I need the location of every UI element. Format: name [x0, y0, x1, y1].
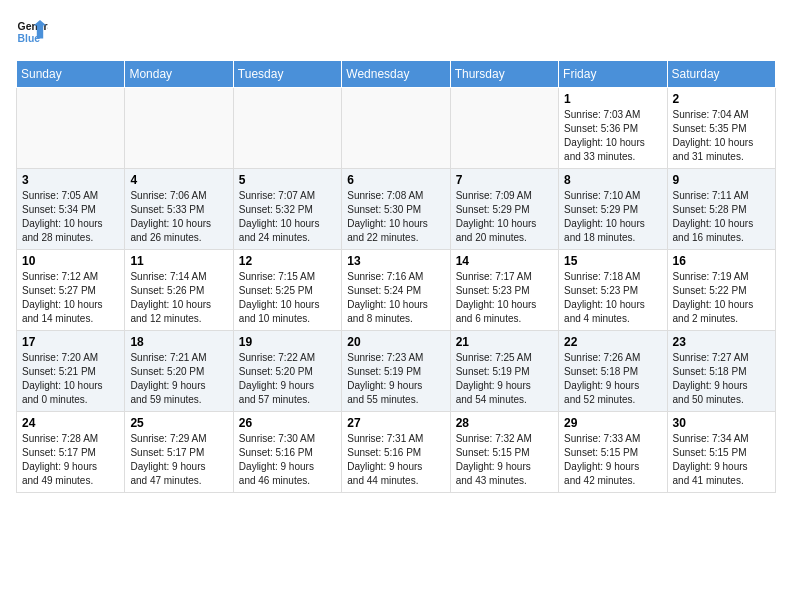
day-number: 13	[347, 254, 444, 268]
day-number: 12	[239, 254, 336, 268]
day-info: Sunrise: 7:33 AMSunset: 5:15 PMDaylight:…	[564, 432, 661, 488]
calendar-day-cell: 30Sunrise: 7:34 AMSunset: 5:15 PMDayligh…	[667, 412, 775, 493]
day-info: Sunrise: 7:31 AMSunset: 5:16 PMDaylight:…	[347, 432, 444, 488]
day-number: 27	[347, 416, 444, 430]
day-number: 6	[347, 173, 444, 187]
day-number: 22	[564, 335, 661, 349]
day-info: Sunrise: 7:20 AMSunset: 5:21 PMDaylight:…	[22, 351, 119, 407]
day-info: Sunrise: 7:32 AMSunset: 5:15 PMDaylight:…	[456, 432, 553, 488]
day-number: 4	[130, 173, 227, 187]
calendar-table: SundayMondayTuesdayWednesdayThursdayFrid…	[16, 60, 776, 493]
day-info: Sunrise: 7:03 AMSunset: 5:36 PMDaylight:…	[564, 108, 661, 164]
day-info: Sunrise: 7:25 AMSunset: 5:19 PMDaylight:…	[456, 351, 553, 407]
calendar-header-row: SundayMondayTuesdayWednesdayThursdayFrid…	[17, 61, 776, 88]
calendar-day-cell: 4Sunrise: 7:06 AMSunset: 5:33 PMDaylight…	[125, 169, 233, 250]
day-number: 24	[22, 416, 119, 430]
day-of-week-header: Saturday	[667, 61, 775, 88]
calendar-week-row: 17Sunrise: 7:20 AMSunset: 5:21 PMDayligh…	[17, 331, 776, 412]
calendar-day-cell: 7Sunrise: 7:09 AMSunset: 5:29 PMDaylight…	[450, 169, 558, 250]
day-number: 20	[347, 335, 444, 349]
calendar-day-cell: 6Sunrise: 7:08 AMSunset: 5:30 PMDaylight…	[342, 169, 450, 250]
day-number: 18	[130, 335, 227, 349]
day-info: Sunrise: 7:07 AMSunset: 5:32 PMDaylight:…	[239, 189, 336, 245]
calendar-day-cell: 3Sunrise: 7:05 AMSunset: 5:34 PMDaylight…	[17, 169, 125, 250]
calendar-week-row: 3Sunrise: 7:05 AMSunset: 5:34 PMDaylight…	[17, 169, 776, 250]
day-number: 1	[564, 92, 661, 106]
day-number: 9	[673, 173, 770, 187]
calendar-day-cell: 26Sunrise: 7:30 AMSunset: 5:16 PMDayligh…	[233, 412, 341, 493]
day-info: Sunrise: 7:34 AMSunset: 5:15 PMDaylight:…	[673, 432, 770, 488]
calendar-day-cell	[17, 88, 125, 169]
day-info: Sunrise: 7:23 AMSunset: 5:19 PMDaylight:…	[347, 351, 444, 407]
calendar-day-cell: 19Sunrise: 7:22 AMSunset: 5:20 PMDayligh…	[233, 331, 341, 412]
day-info: Sunrise: 7:17 AMSunset: 5:23 PMDaylight:…	[456, 270, 553, 326]
day-of-week-header: Monday	[125, 61, 233, 88]
day-info: Sunrise: 7:22 AMSunset: 5:20 PMDaylight:…	[239, 351, 336, 407]
day-number: 16	[673, 254, 770, 268]
day-number: 28	[456, 416, 553, 430]
logo-icon: General Blue	[16, 16, 48, 48]
day-info: Sunrise: 7:15 AMSunset: 5:25 PMDaylight:…	[239, 270, 336, 326]
calendar-day-cell: 29Sunrise: 7:33 AMSunset: 5:15 PMDayligh…	[559, 412, 667, 493]
calendar-day-cell: 10Sunrise: 7:12 AMSunset: 5:27 PMDayligh…	[17, 250, 125, 331]
calendar-day-cell: 16Sunrise: 7:19 AMSunset: 5:22 PMDayligh…	[667, 250, 775, 331]
day-number: 11	[130, 254, 227, 268]
calendar-day-cell	[125, 88, 233, 169]
day-number: 19	[239, 335, 336, 349]
calendar-day-cell: 2Sunrise: 7:04 AMSunset: 5:35 PMDaylight…	[667, 88, 775, 169]
calendar-day-cell	[450, 88, 558, 169]
calendar-day-cell: 14Sunrise: 7:17 AMSunset: 5:23 PMDayligh…	[450, 250, 558, 331]
day-of-week-header: Friday	[559, 61, 667, 88]
day-info: Sunrise: 7:08 AMSunset: 5:30 PMDaylight:…	[347, 189, 444, 245]
calendar-day-cell: 25Sunrise: 7:29 AMSunset: 5:17 PMDayligh…	[125, 412, 233, 493]
day-number: 21	[456, 335, 553, 349]
calendar-day-cell: 15Sunrise: 7:18 AMSunset: 5:23 PMDayligh…	[559, 250, 667, 331]
day-number: 17	[22, 335, 119, 349]
day-number: 26	[239, 416, 336, 430]
day-info: Sunrise: 7:06 AMSunset: 5:33 PMDaylight:…	[130, 189, 227, 245]
day-number: 29	[564, 416, 661, 430]
calendar-day-cell	[342, 88, 450, 169]
day-number: 23	[673, 335, 770, 349]
day-info: Sunrise: 7:21 AMSunset: 5:20 PMDaylight:…	[130, 351, 227, 407]
day-info: Sunrise: 7:09 AMSunset: 5:29 PMDaylight:…	[456, 189, 553, 245]
day-info: Sunrise: 7:04 AMSunset: 5:35 PMDaylight:…	[673, 108, 770, 164]
day-of-week-header: Sunday	[17, 61, 125, 88]
calendar-day-cell: 28Sunrise: 7:32 AMSunset: 5:15 PMDayligh…	[450, 412, 558, 493]
calendar-day-cell: 24Sunrise: 7:28 AMSunset: 5:17 PMDayligh…	[17, 412, 125, 493]
calendar-day-cell: 22Sunrise: 7:26 AMSunset: 5:18 PMDayligh…	[559, 331, 667, 412]
calendar-day-cell: 12Sunrise: 7:15 AMSunset: 5:25 PMDayligh…	[233, 250, 341, 331]
day-of-week-header: Wednesday	[342, 61, 450, 88]
calendar-day-cell: 20Sunrise: 7:23 AMSunset: 5:19 PMDayligh…	[342, 331, 450, 412]
calendar-day-cell: 1Sunrise: 7:03 AMSunset: 5:36 PMDaylight…	[559, 88, 667, 169]
calendar-day-cell: 27Sunrise: 7:31 AMSunset: 5:16 PMDayligh…	[342, 412, 450, 493]
calendar-day-cell: 17Sunrise: 7:20 AMSunset: 5:21 PMDayligh…	[17, 331, 125, 412]
calendar-day-cell: 5Sunrise: 7:07 AMSunset: 5:32 PMDaylight…	[233, 169, 341, 250]
calendar-day-cell	[233, 88, 341, 169]
calendar-day-cell: 21Sunrise: 7:25 AMSunset: 5:19 PMDayligh…	[450, 331, 558, 412]
calendar-day-cell: 13Sunrise: 7:16 AMSunset: 5:24 PMDayligh…	[342, 250, 450, 331]
day-info: Sunrise: 7:05 AMSunset: 5:34 PMDaylight:…	[22, 189, 119, 245]
day-number: 25	[130, 416, 227, 430]
day-info: Sunrise: 7:14 AMSunset: 5:26 PMDaylight:…	[130, 270, 227, 326]
day-of-week-header: Thursday	[450, 61, 558, 88]
day-info: Sunrise: 7:12 AMSunset: 5:27 PMDaylight:…	[22, 270, 119, 326]
calendar-day-cell: 11Sunrise: 7:14 AMSunset: 5:26 PMDayligh…	[125, 250, 233, 331]
day-info: Sunrise: 7:30 AMSunset: 5:16 PMDaylight:…	[239, 432, 336, 488]
day-number: 3	[22, 173, 119, 187]
day-info: Sunrise: 7:29 AMSunset: 5:17 PMDaylight:…	[130, 432, 227, 488]
calendar-day-cell: 18Sunrise: 7:21 AMSunset: 5:20 PMDayligh…	[125, 331, 233, 412]
day-info: Sunrise: 7:16 AMSunset: 5:24 PMDaylight:…	[347, 270, 444, 326]
day-number: 5	[239, 173, 336, 187]
calendar-week-row: 24Sunrise: 7:28 AMSunset: 5:17 PMDayligh…	[17, 412, 776, 493]
day-of-week-header: Tuesday	[233, 61, 341, 88]
calendar-week-row: 10Sunrise: 7:12 AMSunset: 5:27 PMDayligh…	[17, 250, 776, 331]
day-number: 8	[564, 173, 661, 187]
logo: General Blue	[16, 16, 48, 48]
day-info: Sunrise: 7:28 AMSunset: 5:17 PMDaylight:…	[22, 432, 119, 488]
day-info: Sunrise: 7:27 AMSunset: 5:18 PMDaylight:…	[673, 351, 770, 407]
day-info: Sunrise: 7:10 AMSunset: 5:29 PMDaylight:…	[564, 189, 661, 245]
day-number: 7	[456, 173, 553, 187]
calendar-week-row: 1Sunrise: 7:03 AMSunset: 5:36 PMDaylight…	[17, 88, 776, 169]
calendar-day-cell: 23Sunrise: 7:27 AMSunset: 5:18 PMDayligh…	[667, 331, 775, 412]
